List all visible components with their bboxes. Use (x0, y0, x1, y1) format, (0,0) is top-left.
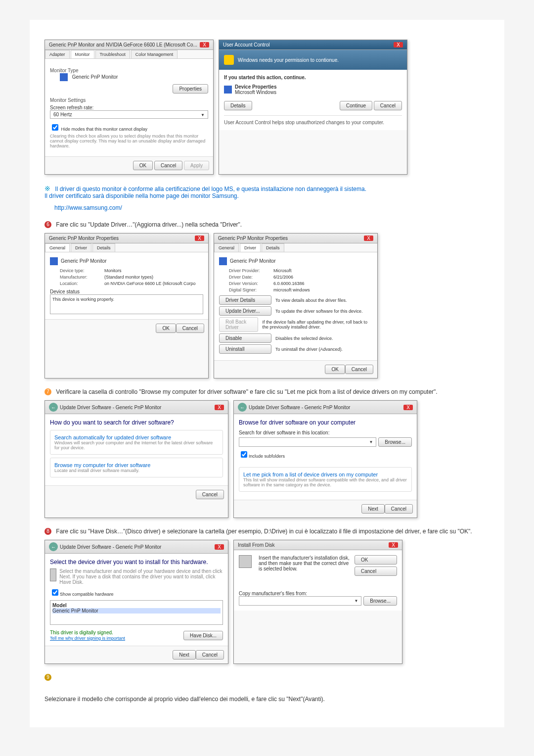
disable-button[interactable]: Disable (219, 333, 271, 343)
rollback-button[interactable]: Roll Back Driver (219, 317, 258, 332)
refresh-rate-select[interactable]: 60 Hertz (50, 110, 208, 119)
step-7-text: Verificare la casella di controllo "Brow… (56, 388, 437, 395)
copy-from-select[interactable] (239, 596, 361, 606)
have-disk-button[interactable]: Have Disk... (183, 631, 223, 640)
hide-modes-label: Hide modes that this monitor cannot disp… (61, 127, 148, 132)
dialog-title: Install From Disk (238, 542, 274, 548)
close-icon[interactable]: X (215, 405, 224, 410)
tab-adapter[interactable]: Adapter (45, 50, 70, 58)
close-icon[interactable]: X (215, 544, 224, 550)
show-compat-checkbox[interactable] (52, 589, 58, 596)
close-icon[interactable]: X (403, 405, 413, 410)
tab-driver[interactable]: Driver (240, 243, 261, 252)
tab-driver[interactable]: Driver (71, 243, 91, 252)
location-select[interactable] (239, 437, 376, 447)
uac-started: If you started this action, continue. (224, 75, 402, 80)
browse-button[interactable]: Browse... (363, 596, 397, 606)
tab-monitor[interactable]: Monitor (71, 50, 94, 58)
disk-text: Insert the manufacturer's installation d… (259, 555, 351, 576)
step-9-marker: 9 (44, 674, 51, 681)
browse-heading: Browse for driver software on your compu… (239, 419, 412, 426)
chevron-down-icon (201, 112, 205, 117)
dialog-title: Generic PnP Monitor Properties (49, 236, 119, 241)
close-icon[interactable]: X (394, 42, 403, 47)
note-line2: Il driver certificato sarà disponibile n… (44, 192, 239, 199)
tab-general[interactable]: General (214, 243, 239, 252)
search-heading: How do you want to search for driver sof… (50, 419, 223, 426)
driver-details-button[interactable]: Driver Details (219, 295, 271, 305)
cancel-button[interactable]: Cancel (385, 504, 413, 514)
cancel-button[interactable]: Cancel (355, 567, 397, 576)
select-heading: Select the device driver you want to ins… (50, 559, 223, 566)
model-item[interactable]: Generic PnP Monitor (52, 608, 221, 614)
select-desc: Select the manufacturer and model of you… (59, 568, 223, 585)
monitor-type-label: Monitor Type (50, 68, 208, 73)
refresh-rate-label: Screen refresh rate: (50, 105, 208, 110)
close-icon[interactable]: X (364, 236, 373, 241)
browse-option[interactable]: Browse my computer for driver software L… (50, 458, 223, 477)
apply-button[interactable]: Apply (184, 161, 209, 170)
device-label: Generic PnP Monitor (230, 258, 276, 264)
back-icon[interactable]: ← (49, 542, 58, 551)
continue-button[interactable]: Continue (340, 101, 372, 110)
monitor-name: Generic PnP Monitor (72, 74, 118, 80)
step-8-marker: 8 (44, 528, 51, 535)
tab-general[interactable]: General (45, 243, 70, 252)
back-icon[interactable]: ← (49, 403, 58, 412)
search-auto-option[interactable]: Search automatically for updated driver … (50, 430, 223, 455)
floppy-icon (239, 555, 252, 568)
hide-modes-checkbox[interactable] (52, 124, 58, 131)
device-prop-label: Device Properties (235, 84, 277, 90)
dialog-title: Generic PnP Monitor Properties (218, 236, 288, 241)
chevron-down-icon (354, 598, 358, 604)
browse-button[interactable]: Browse... (378, 437, 412, 447)
device-status-text: This device is working properly. (50, 294, 203, 314)
back-icon[interactable]: ← (238, 403, 247, 412)
step-8-text: Fare clic su "Have Disk…"(Disco driver) … (56, 528, 472, 535)
search-location-label: Search for driver software in this locat… (239, 430, 412, 435)
ok-button[interactable]: OK (355, 555, 397, 565)
monitor-icon (219, 257, 227, 265)
cancel-button[interactable]: Cancel (196, 650, 224, 660)
update-driver-button[interactable]: Update Driver... (219, 306, 271, 316)
device-vendor: Microsoft Windows (235, 90, 277, 95)
dialog-title: Generic PnP Monitor and NVIDIA GeForce 6… (49, 42, 197, 47)
cancel-button[interactable]: Cancel (374, 101, 402, 110)
step-6-marker: 6 (44, 221, 51, 228)
ok-button[interactable]: OK (325, 365, 345, 374)
uninstall-button[interactable]: Uninstall (219, 344, 271, 354)
tab-details[interactable]: Details (262, 243, 284, 252)
uac-footer: User Account Control helps stop unauthor… (224, 115, 402, 125)
tab-details[interactable]: Details (92, 243, 115, 252)
step-9-text: Selezionare il modello che corrisponde a… (44, 696, 325, 703)
samsung-link[interactable]: http://www.samsung.com/ (54, 204, 122, 211)
close-icon[interactable]: X (195, 236, 204, 241)
device-status-label: Device status (50, 289, 203, 294)
ok-button[interactable]: OK (133, 161, 153, 170)
properties-button[interactable]: Properties (173, 84, 208, 94)
ok-button[interactable]: OK (156, 324, 176, 333)
cancel-button[interactable]: Cancel (196, 490, 224, 499)
signing-link[interactable]: Tell me why driver signing is important (50, 636, 125, 641)
hide-modes-desc: Clearing this check box allows you to se… (50, 134, 208, 148)
note-line1: Il driver di questo monitor è conforme a… (55, 186, 366, 192)
step-7-marker: 7 (44, 388, 51, 395)
signed-label: This driver is digitally signed. (50, 630, 125, 635)
cancel-button[interactable]: Cancel (154, 161, 182, 170)
cancel-button[interactable]: Cancel (176, 324, 204, 333)
pick-list-option[interactable]: Let me pick from a list of device driver… (239, 467, 412, 492)
note-icon: ※ (44, 185, 50, 192)
tab-color[interactable]: Color Management (131, 50, 178, 58)
disk-icon (50, 568, 56, 581)
chevron-down-icon (369, 439, 373, 445)
close-icon[interactable]: X (200, 42, 209, 47)
next-button[interactable]: Next (173, 650, 196, 660)
cancel-button[interactable]: Cancel (345, 365, 373, 374)
close-icon[interactable]: X (389, 542, 398, 548)
tab-troubleshoot[interactable]: Troubleshoot (95, 50, 130, 58)
next-button[interactable]: Next (361, 504, 385, 514)
include-subfolders-checkbox[interactable] (241, 451, 247, 458)
copy-from-label: Copy manufacturer's files from: (239, 591, 397, 596)
details-button[interactable]: Details (224, 101, 252, 110)
model-column: Model (52, 603, 221, 608)
